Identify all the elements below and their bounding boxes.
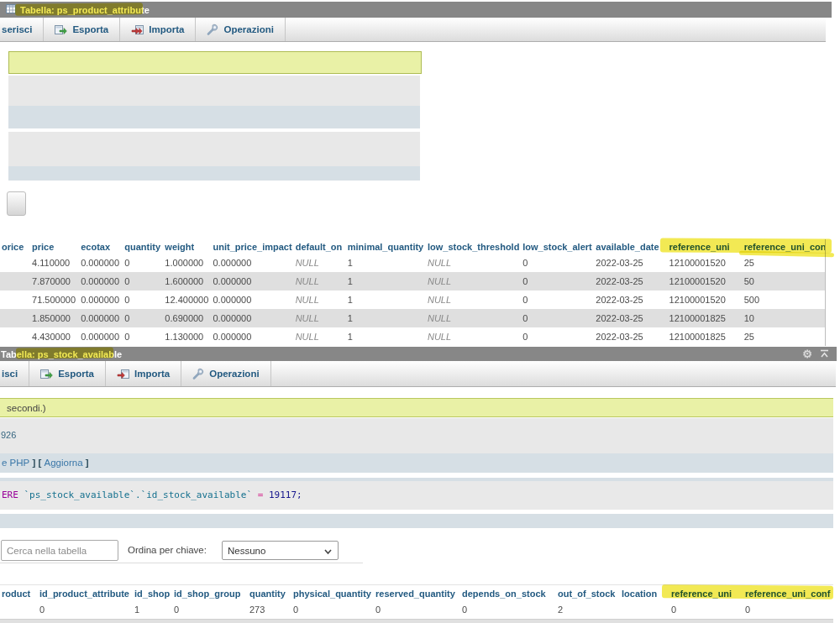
column-header-available_date[interactable]: available_date [594,239,667,254]
tab-operazioni-2[interactable]: Operazioni [181,361,270,386]
cell [0,254,30,272]
cell: 0 [123,309,163,327]
column-header-reference_uni_conf[interactable]: reference_uni_conf [743,239,825,254]
column-header-low_stock_alert[interactable]: low_stock_alert [521,239,594,254]
tab-inserisci-label: serisci [2,24,32,34]
column-header-physical_quantity[interactable]: physical_quantity [291,585,374,601]
sql-identifiers: `ps_stock_available`.`id_stock_available… [24,490,253,500]
column-header-reference_uni[interactable]: reference_uni [668,239,743,254]
column-header-depends_on_stock[interactable]: depends_on_stock [460,585,556,601]
column-header-quantity[interactable]: quantity [248,585,291,601]
cell: 25 [743,254,825,272]
row-info-panel [0,418,833,453]
cell: 0 [123,254,163,272]
table-row: 4.1100000.00000001.0000000.000000NULL1NU… [0,254,825,272]
tab-inserisci[interactable]: serisci [0,18,44,41]
column-header-out_of_stock[interactable]: out_of_stock [556,585,620,601]
column-header-quantity[interactable]: quantity [123,239,163,254]
cell: NULL [294,291,346,309]
cell [0,309,30,327]
window2-titlebar: Tabella: ps_stock_available ⚙ [0,347,837,361]
cell: 0.000000 [211,309,293,327]
tab-esporta-2[interactable]: Esporta [29,361,106,386]
tab-importa-2[interactable]: Importa [106,361,181,386]
cell: 1 [346,254,426,272]
cell: 0 [669,601,743,618]
cell: NULL [426,291,521,309]
cell: 0.000000 [211,272,293,291]
column-header-id_product_attribute[interactable]: id_product_attribute [38,585,133,601]
query-box-footer [0,514,833,528]
cell: 4.110000 [30,254,79,272]
column-header-ecotax[interactable]: ecotax [79,239,123,254]
cell [0,601,38,618]
cell: 0.000000 [79,309,123,327]
window2-title: Tabella: ps_stock_available [1,349,122,359]
column-header-id_shop[interactable]: id_shop [133,585,172,601]
gear-icon[interactable]: ⚙ [802,348,812,359]
refresh-link[interactable]: Aggiorna [45,458,83,468]
table-row: 7.8700000.00000001.6000000.000000NULL1NU… [0,272,825,291]
sort-key-selected-value: Nessuno [228,546,265,556]
table-row: 010273000200 [0,601,833,618]
sort-by-key-label: Ordina per chiave: [128,540,207,561]
column-header-weight[interactable]: weight [163,239,211,254]
tab-importa-2-label: Importa [134,369,170,379]
wrench-icon [207,24,218,35]
cell: 0 [743,601,833,618]
table-row: 71.5000000.000000012.4000000.000000NULL1… [0,291,825,309]
tab-operazioni-label: Operazioni [223,24,273,34]
cell: 71.500000 [30,291,79,309]
window1-toolbar: serisci Esporta Importa Operazioni [0,18,826,42]
cell: 0 [123,327,163,346]
tab-esporta[interactable]: Esporta [44,18,120,41]
cell: 2022-03-25 [594,327,667,346]
tab-esporta-label: Esporta [72,24,108,34]
column-header-roduct[interactable]: roduct [0,585,38,601]
window1-query-footer [8,166,420,181]
sql-query-box[interactable]: ERE `ps_stock_available`.`id_stock_avail… [0,481,833,510]
tab-importa-label: Importa [149,24,184,34]
cell: 4.430000 [30,327,79,346]
tab-esporta-2-label: Esporta [58,369,94,379]
tab-operazioni[interactable]: Operazioni [196,18,285,41]
sql-terminator: ; [297,490,302,500]
collapse-icon[interactable] [819,348,830,360]
cell: 0.000000 [79,327,123,346]
window1-collapse-button[interactable] [7,191,26,216]
cell: 12.400000 [163,291,211,309]
table-row: 1.8500000.00000000.6900000.000000NULL1NU… [0,309,825,327]
column-header-orice[interactable]: orice [0,239,30,254]
column-header-minimal_quantity[interactable]: minimal_quantity [346,239,426,254]
window1-success-message [8,51,422,74]
column-header-price[interactable]: price [30,239,79,254]
column-header-unit_price_impact[interactable]: unit_price_impact [211,239,293,254]
tab-inserisci-2[interactable]: isci [0,361,29,386]
cell: 2022-03-25 [594,291,667,309]
search-input[interactable] [1,540,118,561]
tab-inserisci-2-label: isci [2,369,18,379]
column-header-default_on[interactable]: default_on [294,239,346,254]
cell: NULL [294,327,346,346]
cell: 1.850000 [30,309,79,327]
column-header-id_shop_group[interactable]: id_shop_group [172,585,248,601]
sql-value: 19117 [269,490,297,500]
column-header-low_stock_threshold[interactable]: low_stock_threshold [426,239,521,254]
column-header-reference_uni[interactable]: reference_uni [669,585,743,601]
cell: NULL [426,309,521,327]
cell: NULL [294,254,346,272]
column-header-location[interactable]: location [620,585,669,601]
create-php-link[interactable]: e PHP [2,458,29,468]
cell: 0.000000 [79,272,123,291]
cell: 0 [123,272,163,291]
cell: 0 [521,254,594,272]
sort-key-select[interactable]: Nessuno [222,541,339,560]
stock-available-table: roductid_product_attributeid_shopid_shop… [0,584,833,618]
partial-number-text: 926 [1,430,16,440]
column-header-reserved_quantity[interactable]: reserved_quantity [374,585,460,601]
cell: 1 [346,309,426,327]
tab-importa[interactable]: Importa [120,18,196,41]
cell: 0 [38,601,133,618]
column-header-reference_uni_conf[interactable]: reference_uni_conf [743,585,833,601]
bottom-strip [0,619,833,623]
